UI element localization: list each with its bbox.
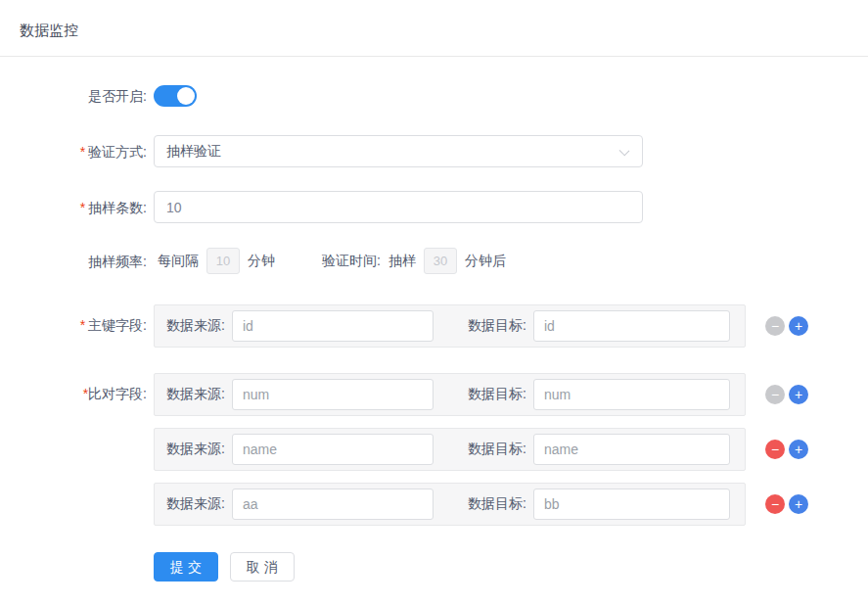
compare-target-input-1[interactable] bbox=[533, 379, 730, 410]
sample-count-input[interactable] bbox=[154, 191, 643, 223]
required-asterisk: * bbox=[80, 200, 85, 215]
toggle-knob-icon bbox=[177, 87, 195, 105]
chevron-down-icon bbox=[619, 146, 630, 157]
sample-count-row: *抽样条数: bbox=[0, 191, 868, 223]
field-pair-panel: 数据来源: 数据目标: bbox=[154, 428, 746, 471]
frequency-suffix: 分钟 bbox=[248, 253, 275, 270]
frequency-row: 抽样频率: 每间隔 分钟 验证时间: 抽样 分钟后 bbox=[0, 248, 868, 274]
page-title: 数据监控 bbox=[20, 22, 868, 40]
compare-target-input-3[interactable] bbox=[533, 489, 730, 520]
primary-key-row: *主键字段: 数据来源: 数据目标: − + bbox=[0, 304, 868, 348]
primary-key-source-input[interactable] bbox=[232, 310, 434, 342]
sample-count-label: *抽样条数: bbox=[0, 201, 147, 214]
compare-source-input-3[interactable] bbox=[232, 489, 434, 520]
header-divider bbox=[0, 56, 868, 57]
form-actions: 提 交 取 消 bbox=[154, 552, 868, 582]
field-pair-panel: 数据来源: 数据目标: bbox=[154, 304, 746, 348]
enable-row: 是否开启: bbox=[0, 85, 868, 107]
cancel-button[interactable]: 取 消 bbox=[230, 552, 295, 582]
primary-key-target-input[interactable] bbox=[533, 310, 730, 342]
frequency-prefix: 每间隔 bbox=[158, 253, 199, 270]
enable-toggle[interactable] bbox=[154, 85, 197, 107]
data-monitor-form: 是否开启: *验证方式: 抽样验证 *抽样条数: 抽样频率: 每间隔 分钟 bbox=[0, 85, 868, 582]
compare-source-input-1[interactable] bbox=[232, 379, 434, 410]
remove-row-button-disabled: − bbox=[765, 316, 785, 336]
method-label: *验证方式: bbox=[0, 145, 147, 159]
compare-pair-row: 数据来源: 数据目标: − + bbox=[154, 373, 808, 416]
source-label: 数据来源: bbox=[166, 441, 225, 458]
source-label: 数据来源: bbox=[166, 317, 225, 335]
method-row: *验证方式: 抽样验证 bbox=[0, 135, 868, 167]
compare-pair-row: 数据来源: 数据目标: − + bbox=[154, 483, 808, 526]
frequency-label: 抽样频率: bbox=[0, 255, 147, 268]
field-pair-panel: 数据来源: 数据目标: bbox=[154, 373, 746, 416]
compare-fields-row: *比对字段: 数据来源: 数据目标: − + bbox=[0, 373, 868, 526]
required-asterisk: * bbox=[80, 144, 85, 160]
target-label: 数据目标: bbox=[468, 495, 526, 513]
compare-pair-row: 数据来源: 数据目标: − + bbox=[154, 428, 808, 471]
verify-time-label: 验证时间: bbox=[322, 253, 381, 270]
target-label: 数据目标: bbox=[468, 317, 526, 335]
compare-target-input-2[interactable] bbox=[533, 434, 730, 465]
submit-button[interactable]: 提 交 bbox=[154, 552, 218, 582]
verify-time-suffix: 分钟后 bbox=[465, 253, 506, 270]
add-row-button[interactable]: + bbox=[789, 385, 808, 404]
add-row-button[interactable]: + bbox=[789, 494, 808, 514]
method-select[interactable]: 抽样验证 bbox=[154, 135, 643, 167]
source-label: 数据来源: bbox=[166, 495, 225, 513]
page-header: 数据监控 bbox=[0, 0, 868, 56]
target-label: 数据目标: bbox=[468, 441, 526, 458]
method-select-value: 抽样验证 bbox=[166, 143, 221, 161]
verify-time-prefix: 抽样 bbox=[388, 253, 416, 270]
source-label: 数据来源: bbox=[166, 386, 225, 403]
remove-row-button[interactable]: − bbox=[765, 494, 785, 514]
compare-fields-label: *比对字段: bbox=[0, 387, 147, 400]
primary-key-pair-row: 数据来源: 数据目标: − + bbox=[154, 304, 808, 348]
remove-row-button[interactable]: − bbox=[765, 440, 785, 459]
field-pair-panel: 数据来源: 数据目标: bbox=[154, 483, 746, 526]
remove-row-button-disabled: − bbox=[765, 385, 785, 404]
primary-key-label: *主键字段: bbox=[0, 318, 147, 332]
enable-label: 是否开启: bbox=[0, 89, 147, 103]
verify-time-input bbox=[424, 248, 457, 274]
add-row-button[interactable]: + bbox=[789, 316, 808, 336]
add-row-button[interactable]: + bbox=[789, 440, 808, 459]
frequency-input bbox=[206, 248, 240, 274]
required-asterisk: * bbox=[80, 317, 85, 333]
target-label: 数据目标: bbox=[468, 386, 526, 403]
compare-source-input-2[interactable] bbox=[232, 434, 434, 465]
